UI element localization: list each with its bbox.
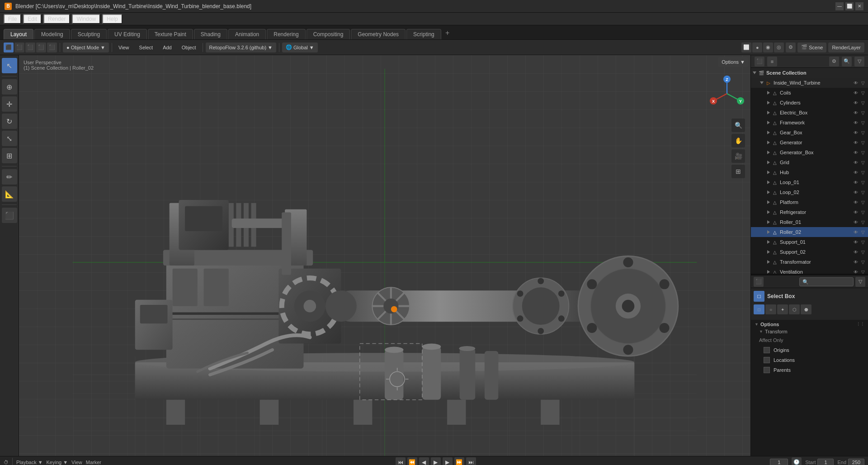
item-filter-icon[interactable]: ▽ [860, 199, 866, 205]
item-filter-icon[interactable]: ▽ [860, 219, 866, 225]
object-mode-dropdown[interactable]: ● Object Mode ▼ [63, 43, 109, 52]
item-filter-icon[interactable]: ▽ [860, 90, 866, 96]
visibility-icon[interactable]: 👁 [853, 80, 859, 86]
item-vis-icon[interactable]: 👁 [853, 249, 859, 255]
object-button[interactable]: Object [178, 42, 200, 53]
props-icon-btn-1[interactable]: ⬛ [754, 277, 764, 287]
current-frame-input[interactable]: 1 [770, 459, 788, 465]
menu-window[interactable]: Window [72, 14, 100, 24]
item-filter-icon[interactable]: ▽ [860, 169, 866, 176]
item-filter-icon[interactable]: ▽ [860, 269, 866, 274]
jump-end-btn[interactable]: ⏭ [466, 457, 476, 465]
item-filter-icon[interactable]: ▽ [860, 249, 866, 255]
viewport-options-btn[interactable]: Options ▼ [718, 57, 749, 67]
close-button[interactable]: ✕ [855, 2, 863, 10]
zoom-to-fit-btn[interactable]: 🔍 [731, 119, 745, 132]
outliner-item-generator-box[interactable]: △ Generator_Box 👁 ▽ [751, 147, 868, 157]
menu-render[interactable]: Render [43, 14, 70, 24]
material-mode-btn[interactable]: ◉ [763, 43, 773, 52]
grab-pan-btn[interactable]: ✋ [731, 134, 745, 147]
outliner-display-btn[interactable]: ⬛ [755, 57, 764, 66]
keying-btn[interactable]: Keying ▼ [47, 460, 68, 465]
item-vis-icon[interactable]: 👁 [853, 149, 859, 156]
item-filter-icon[interactable]: ▽ [860, 100, 866, 106]
outliner-item-refrigerator[interactable]: △ Refrigerator 👁 ▽ [751, 207, 868, 217]
measure-tool-btn[interactable]: 📐 [2, 186, 17, 202]
grid-btn[interactable]: ⊞ [731, 165, 745, 178]
next-keyframe-btn[interactable]: ▶ [443, 457, 453, 465]
add-button[interactable]: Add [159, 42, 175, 53]
use-preview-range-btn[interactable]: 🕐 [792, 457, 802, 465]
outliner-item-ventilation[interactable]: △ Ventilation 👁 ▽ [751, 267, 868, 274]
view-layer-btn-1[interactable]: ⬛ [4, 43, 14, 52]
select-tool-btn[interactable]: ↖ [2, 58, 17, 73]
item-filter-icon[interactable]: ▽ [860, 229, 866, 235]
select-box-btn-lasso[interactable]: ✦ [777, 304, 788, 314]
outliner-item-loop02[interactable]: △ Loop_02 👁 ▽ [751, 187, 868, 197]
item-vis-icon[interactable]: 👁 [853, 239, 859, 245]
menu-help[interactable]: Help [102, 14, 123, 24]
select-box-btn-1[interactable]: ⬡ [789, 304, 800, 314]
play-btn[interactable]: ▶ [431, 457, 441, 465]
item-filter-icon[interactable]: ▽ [860, 209, 866, 215]
item-vis-icon[interactable]: 👁 [853, 259, 859, 265]
options-section-title[interactable]: ▼ Options ⋮⋮ [755, 322, 864, 327]
viewport-3d[interactable]: User Perspective (1) Scene Collection | … [19, 55, 750, 456]
menu-edit[interactable]: Edit [23, 14, 42, 24]
outliner-item-grid[interactable]: △ Grid 👁 ▽ [751, 157, 868, 167]
item-vis-icon[interactable]: 👁 [853, 139, 859, 146]
playback-btn[interactable]: Playback ▼ [16, 460, 43, 465]
menu-file[interactable]: File [4, 14, 21, 24]
transform-dropdown[interactable]: 🌐 Global ▼ [282, 43, 318, 52]
solid-mode-btn[interactable]: ● [752, 43, 762, 52]
outliner-item-transformator[interactable]: △ Transformator 👁 ▽ [751, 257, 868, 267]
parents-checkbox[interactable] [764, 367, 770, 373]
render-mode-btn[interactable]: ◎ [774, 43, 784, 52]
outliner-item-hub[interactable]: △ Hub 👁 ▽ [751, 167, 868, 177]
select-box-btn-rect[interactable]: □ [754, 304, 764, 314]
addon-dropdown[interactable]: RetopoFlow 3.2.6 (github) ▼ [206, 43, 276, 52]
props-search-input[interactable] [799, 277, 854, 286]
tab-scripting[interactable]: Scripting [406, 29, 441, 39]
wireframe-mode-btn[interactable]: ⬜ [741, 43, 751, 52]
camera-btn[interactable]: 🎥 [731, 149, 745, 163]
outliner-search-btn[interactable]: 🔍 [842, 57, 852, 66]
outliner-item-roller02[interactable]: △ Roller_02 👁 ▽ [751, 227, 868, 237]
outliner-item-generator[interactable]: △ Generator 👁 ▽ [751, 138, 868, 147]
render-layer-dropdown[interactable]: RenderLayer [828, 43, 864, 52]
item-filter-icon[interactable]: ▽ [860, 189, 866, 195]
tab-shading[interactable]: Shading [194, 29, 227, 39]
select-box-btn-circle[interactable]: ○ [765, 304, 776, 314]
transform-tool-btn[interactable]: ⊞ [2, 148, 17, 163]
select-button[interactable]: Select [136, 42, 157, 53]
tab-sculpting[interactable]: Sculpting [71, 29, 107, 39]
item-filter-icon[interactable]: ▽ [860, 139, 866, 146]
item-filter-icon[interactable]: ▽ [860, 259, 866, 265]
item-vis-icon[interactable]: 👁 [853, 269, 859, 274]
view-layer-btn-2[interactable]: ⬛ [14, 43, 24, 52]
transform-subsection-title[interactable]: ▼ Transform [759, 329, 864, 334]
view-button[interactable]: View [115, 42, 133, 53]
outliner-item-support02[interactable]: △ Support_02 👁 ▽ [751, 247, 868, 257]
item-filter-icon[interactable]: ▽ [860, 159, 866, 166]
annotate-tool-btn[interactable]: ✏ [2, 169, 17, 185]
item-vis-icon[interactable]: 👁 [853, 119, 859, 126]
item-vis-icon[interactable]: 👁 [853, 129, 859, 136]
item-vis-icon[interactable]: 👁 [853, 159, 859, 166]
next-frame-btn[interactable]: ⏩ [454, 457, 464, 465]
outliner-item-coils[interactable]: △ Coils 👁 ▽ [751, 88, 868, 98]
marker-btn[interactable]: Marker [86, 460, 101, 465]
tab-geometry-nodes[interactable]: Geometry Nodes [351, 29, 406, 39]
add-workspace-button[interactable]: + [442, 28, 453, 38]
tab-rendering[interactable]: Rendering [267, 29, 305, 39]
item-filter-icon[interactable]: ▽ [860, 109, 866, 116]
item-filter-icon[interactable]: ▽ [860, 149, 866, 156]
filter-icon[interactable]: ▽ [860, 80, 866, 86]
tab-layout[interactable]: Layout [4, 29, 33, 39]
outliner-item-cylinders[interactable]: △ Cylinders 👁 ▽ [751, 98, 868, 108]
tl-view-btn[interactable]: View [71, 460, 82, 465]
end-frame-input[interactable]: 250 [848, 459, 864, 465]
outliner-item-support01[interactable]: △ Support_01 👁 ▽ [751, 237, 868, 247]
view-layer-btn-5[interactable]: ⬛ [47, 43, 57, 52]
props-filter-btn[interactable]: ▽ [855, 277, 865, 287]
